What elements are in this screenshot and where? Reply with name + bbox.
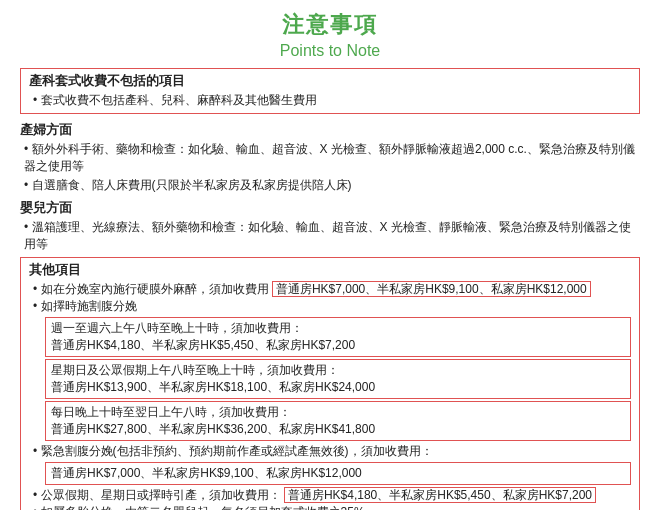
list-item: 自選膳食、陪人床費用(只限於半私家房及私家房提供陪人床): [24, 177, 640, 194]
list-item: 如屬多胎分娩，由第二名嬰兒起，每名須另加套式收費之35%: [33, 504, 631, 510]
section1-list: 套式收費不包括產科、兒科、麻醉科及其他醫生費用: [29, 92, 631, 109]
title-zh: 注意事項: [20, 10, 640, 40]
item2-box: 普通房HK$7,000、半私家房HK$9,100、私家房HK$12,000: [45, 462, 631, 485]
title-en: Points to Note: [20, 42, 640, 60]
page-container: 注意事項 Points to Note 產科套式收費不包括的項目 套式收費不包括…: [20, 10, 640, 510]
sub1-box: 普通房HK$13,900、半私家房HK$18,100、私家房HK$24,000: [51, 380, 375, 394]
section4-list: 如在分娩室內施行硬膜外麻醉，須加收費用 普通房HK$7,000、半私家房HK$9…: [29, 281, 631, 510]
list-item: 如擇時施割腹分娩 週一至週六上午八時至晚上十時，須加收費用： 普通房HK$4,1…: [33, 298, 631, 441]
list-item: 溫箱護理、光線療法、額外藥物和檢查：如化驗、輸血、超音波、X 光檢查、靜脈輸液、…: [24, 219, 640, 253]
section2-list: 額外外科手術、藥物和檢查：如化驗、輸血、超音波、X 光檢查、額外靜脈輸液超過2,…: [20, 141, 640, 194]
section3-list: 溫箱護理、光線療法、額外藥物和檢查：如化驗、輸血、超音波、X 光檢查、靜脈輸液、…: [20, 219, 640, 253]
item1-sub1: 星期日及公眾假期上午八時至晚上十時，須加收費用： 普通房HK$13,900、半私…: [45, 359, 631, 399]
list-item: 公眾假期、星期日或擇時引產，須加收費用： 普通房HK$4,180、半私家房HK$…: [33, 487, 631, 504]
item0-text: 如在分娩室內施行硬膜外麻醉，須加收費用: [41, 282, 269, 296]
sub0-label: 週一至週六上午八時至晚上十時，須加收費用：: [51, 321, 303, 335]
sub2-label: 每日晚上十時至翌日上午八時，須加收費用：: [51, 405, 291, 419]
section1-title: 產科套式收費不包括的項目: [29, 73, 631, 90]
list-item: 套式收費不包括產科、兒科、麻醉科及其他醫生費用: [33, 92, 631, 109]
section1-box: 產科套式收費不包括的項目 套式收費不包括產科、兒科、麻醉科及其他醫生費用: [20, 68, 640, 114]
sub2-box: 普通房HK$27,800、半私家房HK$36,200、私家房HK$41,800: [51, 422, 375, 436]
item4-text: 如屬多胎分娩，由第二名嬰兒起，每名須另加套式收費之35%: [41, 505, 365, 510]
section3-heading: 嬰兒方面: [20, 200, 640, 217]
section4-heading: 其他項目: [29, 262, 631, 279]
list-item: 額外外科手術、藥物和檢查：如化驗、輸血、超音波、X 光檢查、額外靜脈輸液超過2,…: [24, 141, 640, 175]
section4-box: 其他項目 如在分娩室內施行硬膜外麻醉，須加收費用 普通房HK$7,000、半私家…: [20, 257, 640, 510]
section2-heading: 產婦方面: [20, 122, 640, 139]
item1-text: 如擇時施割腹分娩: [41, 299, 137, 313]
sub0-box: 普通房HK$4,180、半私家房HK$5,450、私家房HK$7,200: [51, 338, 355, 352]
item1-sub0: 週一至週六上午八時至晚上十時，須加收費用： 普通房HK$4,180、半私家房HK…: [45, 317, 631, 357]
item3-text: 公眾假期、星期日或擇時引產，須加收費用：: [41, 488, 281, 502]
list-item: 緊急割腹分娩(包括非預約、預約期前作產或經試產無效後)，須加收費用： 普通房HK…: [33, 443, 631, 485]
item3-fee: 普通房HK$4,180、半私家房HK$5,450、私家房HK$7,200: [284, 487, 596, 503]
item1-sub2: 每日晚上十時至翌日上午八時，須加收費用： 普通房HK$27,800、半私家房HK…: [45, 401, 631, 441]
sub1-label: 星期日及公眾假期上午八時至晚上十時，須加收費用：: [51, 363, 339, 377]
list-item: 如在分娩室內施行硬膜外麻醉，須加收費用 普通房HK$7,000、半私家房HK$9…: [33, 281, 631, 298]
item2-text: 緊急割腹分娩(包括非預約、預約期前作產或經試產無效後)，須加收費用：: [41, 444, 433, 458]
item0-fee: 普通房HK$7,000、半私家房HK$9,100、私家房HK$12,000: [272, 281, 591, 297]
item2-fee: 普通房HK$7,000、半私家房HK$9,100、私家房HK$12,000: [51, 466, 362, 480]
